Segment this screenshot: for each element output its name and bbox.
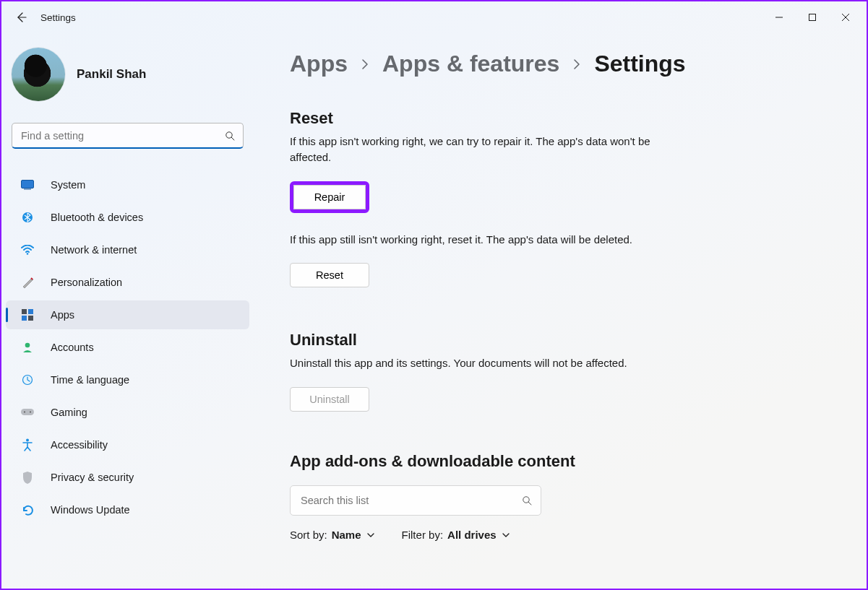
svg-rect-6 <box>22 309 27 314</box>
reset-description: If this app still isn't working right, r… <box>290 232 695 248</box>
filter-label: Filter by: <box>402 529 444 541</box>
brush-icon <box>20 275 35 290</box>
svg-rect-12 <box>21 409 34 415</box>
sidebar-item-label: Windows Update <box>51 504 130 516</box>
accessibility-icon <box>20 438 35 452</box>
system-icon <box>20 178 35 192</box>
minimize-button[interactable] <box>762 6 796 29</box>
chevron-right-icon <box>361 58 369 70</box>
search-icon <box>217 131 243 141</box>
apps-icon <box>20 308 35 322</box>
gamepad-icon <box>20 405 35 420</box>
sidebar-item-update[interactable]: Windows Update <box>6 495 249 524</box>
addons-search-input[interactable] <box>291 495 513 506</box>
sidebar-item-label: Gaming <box>51 407 87 418</box>
sidebar-item-time[interactable]: Time & language <box>6 365 249 394</box>
sidebar-item-label: Accessibility <box>51 439 108 451</box>
sidebar-item-network[interactable]: Network & internet <box>6 235 249 264</box>
search-icon <box>513 495 541 506</box>
addons-heading: App add-ons & downloadable content <box>290 452 838 471</box>
sidebar-item-bluetooth[interactable]: Bluetooth & devices <box>6 203 249 232</box>
svg-point-13 <box>24 412 25 413</box>
search-input[interactable] <box>12 130 217 142</box>
sidebar-item-apps[interactable]: Apps <box>6 300 249 329</box>
reset-button[interactable]: Reset <box>290 263 369 287</box>
breadcrumb: Apps Apps & features Settings <box>290 46 838 77</box>
sidebar-item-accounts[interactable]: Accounts <box>6 333 249 362</box>
close-button[interactable] <box>829 6 862 29</box>
sort-value: Name <box>332 529 361 541</box>
sort-by-dropdown[interactable]: Sort by: Name <box>290 529 376 541</box>
profile-block[interactable]: Pankil Shah <box>1 33 254 101</box>
maximize-icon <box>808 13 817 22</box>
back-button[interactable] <box>6 4 36 30</box>
maximize-button[interactable] <box>796 6 829 29</box>
sidebar-item-label: Privacy & security <box>51 472 134 483</box>
profile-name: Pankil Shah <box>77 67 146 82</box>
uninstall-button: Uninstall <box>290 387 369 412</box>
minimize-icon <box>775 13 783 22</box>
chevron-right-icon <box>572 58 581 70</box>
sidebar-item-system[interactable]: System <box>6 170 249 199</box>
sidebar-item-gaming[interactable]: Gaming <box>6 398 249 427</box>
svg-rect-2 <box>22 181 34 188</box>
addons-section: App add-ons & downloadable content Sort … <box>290 452 838 541</box>
sort-label: Sort by: <box>290 529 327 541</box>
svg-point-15 <box>26 439 29 442</box>
reset-section: Reset If this app isn't working right, w… <box>290 109 838 287</box>
sidebar-item-label: Apps <box>51 309 74 321</box>
sidebar-item-personalization[interactable]: Personalization <box>6 268 249 297</box>
sidebar-item-label: Personalization <box>51 277 122 288</box>
update-icon <box>20 503 35 517</box>
filter-value: All drives <box>447 529 497 541</box>
repair-description: If this app isn't working right, we can … <box>290 134 666 165</box>
uninstall-heading: Uninstall <box>290 331 838 350</box>
repair-button[interactable]: Repair <box>293 185 366 209</box>
addons-search-box[interactable] <box>290 485 541 516</box>
svg-point-5 <box>27 253 29 255</box>
close-icon <box>841 13 850 22</box>
filter-by-dropdown[interactable]: Filter by: All drives <box>402 529 511 541</box>
avatar <box>12 48 65 101</box>
sidebar-item-label: Bluetooth & devices <box>51 212 143 223</box>
svg-rect-8 <box>22 316 27 321</box>
reset-heading: Reset <box>290 109 838 128</box>
uninstall-section: Uninstall Uninstall this app and its set… <box>290 331 838 412</box>
chevron-down-icon <box>366 530 376 540</box>
bluetooth-icon <box>20 210 35 225</box>
breadcrumb-apps[interactable]: Apps <box>290 51 348 77</box>
svg-rect-9 <box>28 316 33 321</box>
svg-point-14 <box>30 412 31 413</box>
chevron-down-icon <box>501 530 511 540</box>
breadcrumb-apps-features[interactable]: Apps & features <box>382 51 559 77</box>
sidebar-item-accessibility[interactable]: Accessibility <box>6 430 249 459</box>
clock-icon <box>20 373 35 387</box>
wifi-icon <box>20 243 35 257</box>
person-icon <box>20 340 35 355</box>
svg-point-10 <box>25 343 30 348</box>
svg-rect-3 <box>24 189 31 190</box>
shield-icon <box>20 470 35 485</box>
svg-rect-7 <box>28 309 33 314</box>
window-title: Settings <box>40 12 76 23</box>
sidebar-item-label: Network & internet <box>51 244 137 256</box>
uninstall-description: Uninstall this app and its settings. You… <box>290 355 695 371</box>
back-icon <box>15 12 27 23</box>
sidebar-item-label: Time & language <box>51 374 129 386</box>
sidebar-item-privacy[interactable]: Privacy & security <box>6 463 249 492</box>
sidebar-item-label: Accounts <box>51 342 94 353</box>
breadcrumb-current: Settings <box>594 51 685 77</box>
sidebar-nav: System Bluetooth & devices Network & int… <box>1 170 254 524</box>
sidebar-item-label: System <box>51 179 85 191</box>
highlight-box: Repair <box>290 181 369 213</box>
search-box[interactable] <box>12 123 244 149</box>
svg-rect-0 <box>809 14 816 21</box>
